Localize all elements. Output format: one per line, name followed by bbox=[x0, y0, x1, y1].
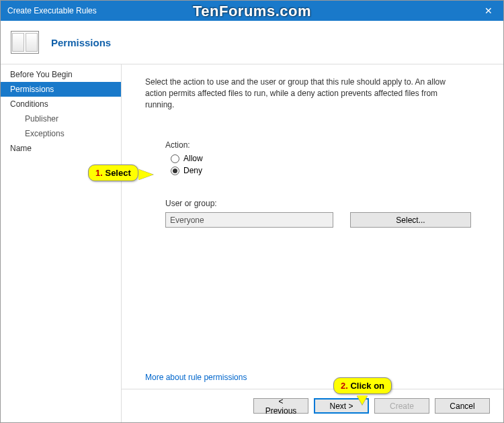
radio-deny-label: Deny bbox=[183, 166, 202, 175]
wizard-footer: < Previous Next > Create Cancel bbox=[122, 389, 503, 422]
radio-icon bbox=[171, 167, 179, 175]
watermark-text: TenForums.com bbox=[193, 3, 311, 20]
radio-icon bbox=[171, 154, 179, 163]
nav-publisher[interactable]: Publisher bbox=[1, 111, 121, 126]
wizard-header: Permissions bbox=[1, 21, 503, 64]
previous-button[interactable]: < Previous bbox=[253, 398, 308, 414]
cancel-button[interactable]: Cancel bbox=[435, 398, 490, 414]
content-panel: Select the action to use and the user or… bbox=[122, 64, 503, 422]
action-label: Action: bbox=[165, 140, 483, 150]
next-button[interactable]: Next > bbox=[314, 398, 369, 414]
radio-allow[interactable]: Allow bbox=[171, 154, 483, 163]
description-text: Select the action to use and the user or… bbox=[145, 77, 468, 110]
wizard-nav: Before You Begin Permissions Conditions … bbox=[1, 64, 122, 422]
nav-permissions[interactable]: Permissions bbox=[1, 82, 121, 97]
nav-conditions[interactable]: Conditions bbox=[1, 97, 121, 111]
select-button[interactable]: Select... bbox=[350, 212, 471, 228]
user-group-field[interactable] bbox=[165, 212, 333, 228]
nav-before-you-begin[interactable]: Before You Begin bbox=[1, 67, 121, 82]
radio-allow-label: Allow bbox=[183, 154, 203, 163]
header-icon bbox=[11, 31, 39, 54]
nav-exceptions[interactable]: Exceptions bbox=[1, 126, 121, 141]
more-info-link[interactable]: More about rule permissions bbox=[145, 373, 247, 382]
user-group-label: User or group: bbox=[165, 199, 483, 208]
radio-deny[interactable]: Deny bbox=[171, 166, 483, 175]
close-icon: ✕ bbox=[485, 5, 493, 16]
close-button[interactable]: ✕ bbox=[473, 1, 503, 21]
create-button: Create bbox=[374, 398, 429, 414]
titlebar: Create Executable Rules TenForums.com ✕ bbox=[1, 1, 503, 21]
page-title: Permissions bbox=[51, 37, 111, 48]
window-title: Create Executable Rules bbox=[7, 6, 97, 15]
nav-name[interactable]: Name bbox=[1, 141, 121, 156]
